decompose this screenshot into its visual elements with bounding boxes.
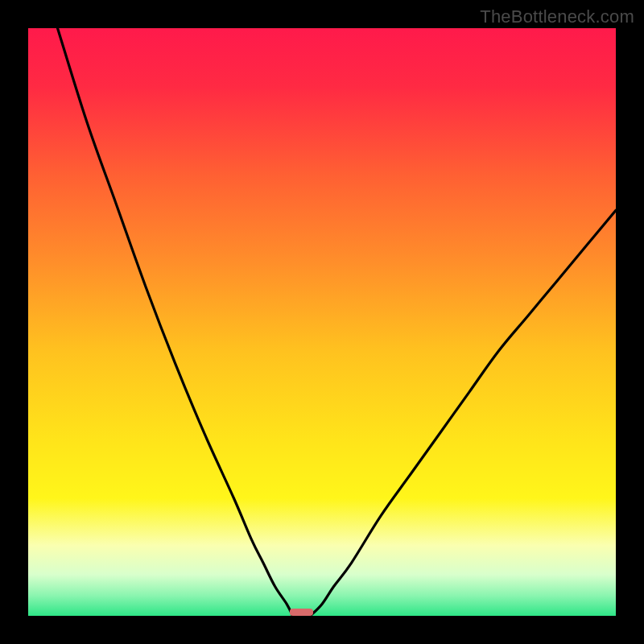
chart-frame: TheBottleneck.com — [0, 0, 644, 644]
plot-area — [28, 28, 616, 616]
gradient-background — [28, 28, 616, 616]
chart-svg — [28, 28, 616, 616]
watermark-text: TheBottleneck.com — [480, 6, 634, 27]
bottom-marker — [290, 609, 313, 616]
